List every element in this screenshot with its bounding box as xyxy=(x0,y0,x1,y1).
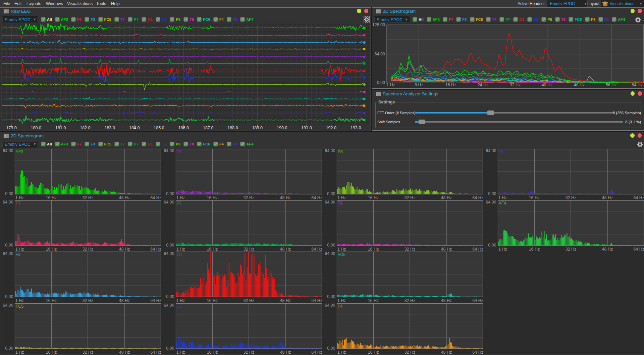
svg-text:189.0: 189.0 xyxy=(252,126,263,130)
svg-text:182.0: 182.0 xyxy=(80,126,90,130)
svg-text:183.0: 183.0 xyxy=(105,126,115,130)
svg-text:48 Hz: 48 Hz xyxy=(441,247,452,251)
svg-text:193.0: 193.0 xyxy=(351,126,361,130)
svg-text:0.00: 0.00 xyxy=(5,243,13,248)
svg-text:32 Hz: 32 Hz xyxy=(244,195,255,200)
svg-text:64.00: 64.00 xyxy=(325,149,335,153)
svg-text:1 Hz: 1 Hz xyxy=(15,298,24,303)
svg-text:64 Hz: 64 Hz xyxy=(150,195,161,200)
svg-text:16 Hz: 16 Hz xyxy=(207,298,218,303)
svg-text:64.00: 64.00 xyxy=(3,200,13,205)
svg-text:8 Hz: 8 Hz xyxy=(415,83,423,87)
svg-text:64 Hz: 64 Hz xyxy=(633,247,644,251)
svg-text:0.00: 0.00 xyxy=(327,191,335,196)
svg-text:191.0: 191.0 xyxy=(301,126,312,130)
svg-text:16 Hz: 16 Hz xyxy=(46,195,57,200)
svg-text:32 Hz: 32 Hz xyxy=(83,195,94,200)
svg-text:64 Hz: 64 Hz xyxy=(311,350,322,354)
svg-text:16 Hz: 16 Hz xyxy=(368,298,379,303)
svg-text:192.0: 192.0 xyxy=(326,126,336,130)
svg-text:O1: O1 xyxy=(177,252,182,257)
svg-text:48 Hz: 48 Hz xyxy=(280,195,291,200)
svg-text:1 Hz: 1 Hz xyxy=(15,195,24,200)
svg-text:0.00: 0.00 xyxy=(5,191,13,196)
svg-text:16 Hz: 16 Hz xyxy=(207,247,218,251)
svg-text:32 Hz: 32 Hz xyxy=(405,298,416,303)
svg-text:56 Hz: 56 Hz xyxy=(606,83,617,87)
svg-text:48 Hz: 48 Hz xyxy=(280,350,291,354)
svg-text:1 Hz: 1 Hz xyxy=(337,195,346,200)
svg-text:24 Hz: 24 Hz xyxy=(478,83,489,87)
svg-text:64 Hz: 64 Hz xyxy=(311,195,322,200)
svg-text:32 Hz: 32 Hz xyxy=(83,298,94,303)
svg-text:P8: P8 xyxy=(338,149,343,154)
svg-text:0.00: 0.00 xyxy=(166,346,174,351)
svg-text:181.0: 181.0 xyxy=(55,126,66,130)
svg-text:0.00: 0.00 xyxy=(327,346,335,351)
svg-text:1 Hz: 1 Hz xyxy=(176,247,185,251)
svg-text:48 Hz: 48 Hz xyxy=(119,247,130,251)
svg-text:AF4: AF4 xyxy=(499,201,506,206)
svg-text:64.00: 64.00 xyxy=(3,149,13,153)
svg-text:128.00: 128.00 xyxy=(372,23,385,27)
svg-text:32 Hz: 32 Hz xyxy=(405,247,416,251)
svg-text:32 Hz: 32 Hz xyxy=(244,247,255,251)
svg-text:48 Hz: 48 Hz xyxy=(602,247,613,251)
svg-text:32 Hz: 32 Hz xyxy=(83,350,94,354)
svg-text:1 Hz: 1 Hz xyxy=(176,350,185,354)
svg-text:32 Hz: 32 Hz xyxy=(566,195,577,200)
svg-text:190.0: 190.0 xyxy=(277,126,287,130)
svg-text:184.0: 184.0 xyxy=(129,126,140,130)
svg-text:16 Hz: 16 Hz xyxy=(368,195,379,200)
svg-text:64 Hz: 64 Hz xyxy=(150,298,161,303)
svg-text:32 Hz: 32 Hz xyxy=(405,350,416,354)
svg-text:16 Hz: 16 Hz xyxy=(368,247,379,251)
svg-text:48 Hz: 48 Hz xyxy=(119,195,130,200)
svg-text:32 Hz: 32 Hz xyxy=(244,298,255,303)
svg-text:64 Hz: 64 Hz xyxy=(472,298,483,303)
svg-text:0.00: 0.00 xyxy=(377,80,385,85)
svg-text:1 Hz: 1 Hz xyxy=(498,195,507,200)
svg-text:48 Hz: 48 Hz xyxy=(119,298,130,303)
svg-text:0.00: 0.00 xyxy=(488,191,496,196)
svg-text:48 Hz: 48 Hz xyxy=(441,195,452,200)
svg-text:16 Hz: 16 Hz xyxy=(46,350,57,354)
svg-text:AF3: AF3 xyxy=(16,149,23,154)
svg-text:48 Hz: 48 Hz xyxy=(574,83,585,87)
svg-text:188.0: 188.0 xyxy=(227,126,238,130)
svg-text:T8: T8 xyxy=(338,201,343,206)
svg-text:64.00: 64.00 xyxy=(3,252,13,256)
svg-text:64 Hz: 64 Hz xyxy=(472,247,483,251)
svg-text:64.00: 64.00 xyxy=(325,200,335,205)
svg-text:32 Hz: 32 Hz xyxy=(405,195,416,200)
svg-text:64 Hz: 64 Hz xyxy=(150,350,161,354)
svg-text:0.00: 0.00 xyxy=(166,294,174,299)
svg-text:16 Hz: 16 Hz xyxy=(207,195,218,200)
svg-text:180.0: 180.0 xyxy=(31,126,41,130)
svg-text:32 Hz: 32 Hz xyxy=(83,247,94,251)
svg-text:64.00: 64.00 xyxy=(325,252,335,256)
svg-text:187.0: 187.0 xyxy=(203,126,213,130)
svg-text:16 Hz: 16 Hz xyxy=(529,247,540,251)
svg-text:1 Hz: 1 Hz xyxy=(386,83,395,87)
svg-text:0.00: 0.00 xyxy=(5,294,13,299)
svg-text:P7: P7 xyxy=(177,201,182,206)
svg-text:64 Hz: 64 Hz xyxy=(311,298,322,303)
svg-text:64.00: 64.00 xyxy=(486,200,496,205)
svg-text:40 Hz: 40 Hz xyxy=(542,83,553,87)
svg-text:32 Hz: 32 Hz xyxy=(566,247,577,251)
svg-text:32 Hz: 32 Hz xyxy=(510,83,521,87)
svg-text:1 Hz: 1 Hz xyxy=(176,298,185,303)
svg-text:186.0: 186.0 xyxy=(178,126,189,130)
svg-text:48 Hz: 48 Hz xyxy=(602,195,613,200)
svg-text:64 Hz: 64 Hz xyxy=(472,195,483,200)
svg-text:0.00: 0.00 xyxy=(166,243,174,248)
svg-text:16 Hz: 16 Hz xyxy=(529,195,540,200)
svg-text:0.00: 0.00 xyxy=(488,243,496,248)
svg-text:64.00: 64.00 xyxy=(375,52,385,56)
svg-text:F7: F7 xyxy=(16,201,21,206)
svg-text:64 Hz: 64 Hz xyxy=(632,83,643,87)
svg-text:16 Hz: 16 Hz xyxy=(46,298,57,303)
svg-text:64 Hz: 64 Hz xyxy=(311,247,322,251)
svg-text:16 Hz: 16 Hz xyxy=(207,350,218,354)
